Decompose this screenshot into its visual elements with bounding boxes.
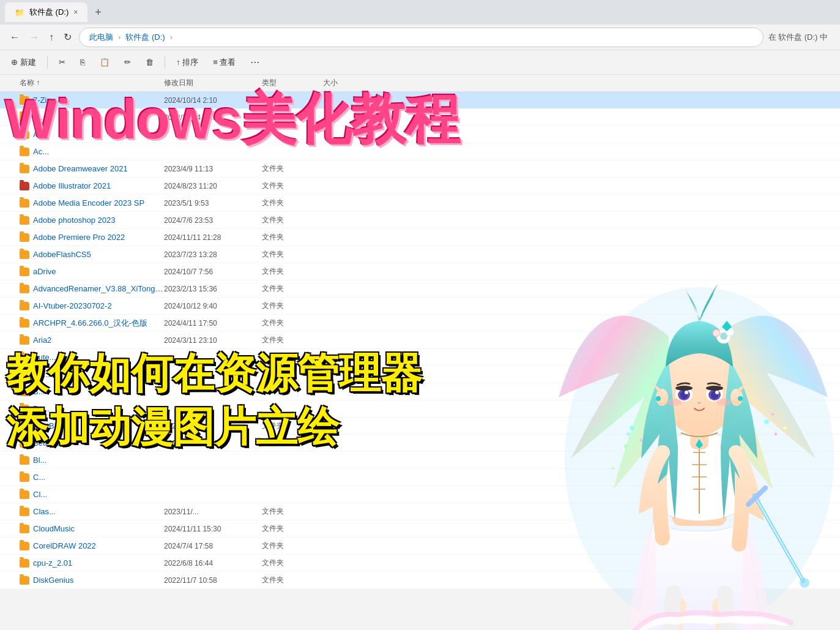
- file-name: Aute...: [33, 353, 56, 362]
- paste-button[interactable]: 📋: [94, 55, 116, 69]
- table-row[interactable]: BetterGL 2024/8/16 19:24 文件夹: [0, 435, 840, 452]
- file-date: 2024/11/11 15:30: [164, 525, 262, 533]
- folder-icon: [20, 113, 29, 122]
- file-type: 文件夹: [262, 198, 323, 208]
- file-name: Ac...: [33, 147, 49, 156]
- folder-icon: [20, 456, 29, 465]
- more-button[interactable]: ···: [244, 53, 266, 71]
- table-row[interactable]: cpu-z_2.01 2022/6/8 16:44 文件夹: [0, 555, 840, 572]
- folder-icon: [20, 285, 29, 293]
- tab-title: 软件盘 (D:): [29, 7, 69, 18]
- folder-icon: [20, 473, 29, 482]
- table-row[interactable]: Ac...: [0, 143, 840, 160]
- table-row[interactable]: Bl...: [0, 452, 840, 469]
- file-name: AdvancedRenamer_V3.88_XiTongZhiJia: [33, 284, 164, 293]
- up-button[interactable]: ↑: [46, 29, 56, 45]
- folder-icon: [20, 268, 29, 276]
- table-row[interactable]: Cl...: [0, 486, 840, 503]
- folder-icon: [20, 130, 29, 139]
- file-type: 文件夹: [262, 438, 323, 448]
- table-row[interactable]: CorelDRAW 2022 2024/7/4 17:58 文件夹: [0, 538, 840, 555]
- file-date: 2024/11/11 21:28: [164, 233, 262, 242]
- folder-icon: [20, 319, 29, 328]
- table-row[interactable]: B...: [0, 383, 840, 400]
- back-button[interactable]: ←: [7, 29, 22, 45]
- address-bar[interactable]: 此电脑 › 软件盘 (D:) ›: [79, 28, 764, 47]
- file-type: 文件夹: [262, 163, 323, 174]
- table-row[interactable]: Adobe photoshop 2023 2024/7/6 23:53 文件夹: [0, 212, 840, 229]
- table-row[interactable]: 7-Zip 2024/10/14 2:10 文件夹: [0, 92, 840, 109]
- table-row[interactable]: AdobeFlashCS5 2023/7/23 13:28 文件夹: [0, 246, 840, 263]
- folder-icon: [20, 302, 29, 310]
- delete-button[interactable]: 🗑: [139, 55, 160, 69]
- file-date: 2024/8/23 11:20: [164, 182, 262, 190]
- file-date: 2024/7/6 23:53: [164, 216, 262, 225]
- file-list: 7-Zip 2024/10/14 2:10 文件夹 A... 2022/10/1…: [0, 92, 840, 589]
- file-name: Bl...: [33, 456, 46, 465]
- folder-icon: [20, 96, 29, 105]
- folder-icon: [20, 405, 29, 413]
- file-type: 文件夹: [262, 249, 323, 260]
- tab-close-button[interactable]: ×: [73, 8, 78, 17]
- file-name: BcutBilibili: [33, 421, 69, 430]
- breadcrumb-computer[interactable]: 此电脑: [89, 32, 113, 43]
- forward-button[interactable]: →: [27, 29, 42, 45]
- file-type: 文件夹: [262, 506, 323, 517]
- header-name[interactable]: 名称 ↑: [5, 78, 164, 88]
- new-button[interactable]: ⊕ 新建: [5, 54, 42, 70]
- table-row[interactable]: CloudMusic 2024/11/11 15:30 文件夹: [0, 520, 840, 538]
- table-row[interactable]: Adobe Illustrator 2021 2024/8/23 11:20 文…: [0, 178, 840, 195]
- table-row[interactable]: Be...: [0, 400, 840, 418]
- view-button[interactable]: ≡ 查看: [207, 54, 242, 70]
- folder-icon: [20, 559, 29, 568]
- sort-button[interactable]: ↑ 排序: [170, 54, 204, 70]
- table-row[interactable]: DiskGenius 2022/11/7 10:58 文件夹: [0, 572, 840, 589]
- header-size[interactable]: 大小: [323, 78, 372, 88]
- file-name: Adobe Premiere Pro 2022: [33, 233, 125, 242]
- file-name: BetterGL: [33, 438, 65, 448]
- file-type: 文件夹: [262, 558, 323, 568]
- folder-icon: [20, 250, 29, 259]
- table-row[interactable]: Adobe Media Encoder 2023 SP 2023/5/1 9:5…: [0, 195, 840, 212]
- table-row[interactable]: A...: [0, 126, 840, 143]
- folder-icon: [20, 422, 29, 430]
- active-tab[interactable]: 📁 软件盘 (D:) ×: [5, 2, 87, 22]
- address-bar-row: ← → ↑ ↻ 此电脑 › 软件盘 (D:) › 在 软件盘 (D:) 中: [0, 24, 840, 50]
- file-name: Adobe Media Encoder 2023 SP: [33, 198, 144, 208]
- header-date[interactable]: 修改日期: [164, 78, 262, 88]
- table-row[interactable]: AdvancedRenamer_V3.88_XiTongZhiJia 2023/…: [0, 280, 840, 298]
- table-row[interactable]: aDrive 2024/10/7 7:56 文件夹: [0, 263, 840, 280]
- folder-icon: [20, 542, 29, 550]
- file-date: 2023/4/9 11:13: [164, 165, 262, 173]
- file-name: Clas...: [33, 507, 56, 516]
- table-row[interactable]: Aw...: [0, 366, 840, 383]
- folder-icon: 📁: [15, 8, 24, 17]
- folder-icon: [20, 148, 29, 156]
- new-label: 新建: [20, 57, 36, 68]
- new-tab-button[interactable]: +: [90, 4, 106, 21]
- file-date: 2024/4/11 17:50: [164, 319, 262, 328]
- rename-button[interactable]: ✏: [118, 55, 137, 69]
- folder-icon: [20, 490, 29, 499]
- table-row[interactable]: C...: [0, 469, 840, 486]
- table-row[interactable]: ARCHPR_4.66.266.0_汉化-色版 2024/4/11 17:50 …: [0, 315, 840, 332]
- table-row[interactable]: BcutBilibili 2023/4/3 21:43 文件夹: [0, 418, 840, 435]
- file-name: Cl...: [33, 490, 47, 499]
- reload-button[interactable]: ↻: [61, 29, 74, 45]
- file-name: Be...: [33, 404, 50, 413]
- toolbar-separator-1: [47, 56, 48, 69]
- cut-button[interactable]: ✂: [53, 55, 72, 69]
- table-row[interactable]: AI-Vtuber-20230702-2 2024/10/12 9:40 文件夹: [0, 298, 840, 315]
- table-row[interactable]: Aria2 2024/3/11 23:10 文件夹: [0, 332, 840, 349]
- table-row[interactable]: A... 2022/10/14 22:0 文件夹: [0, 109, 840, 126]
- copy-button[interactable]: ⎘: [74, 55, 91, 69]
- header-type[interactable]: 类型: [262, 78, 323, 88]
- breadcrumb-drive[interactable]: 软件盘 (D:): [125, 32, 165, 43]
- file-name: Aw...: [33, 370, 50, 379]
- table-row[interactable]: Aute...: [0, 349, 840, 366]
- file-name: Adobe Illustrator 2021: [33, 181, 111, 190]
- file-date: 2022/10/14 22:0: [164, 113, 262, 122]
- table-row[interactable]: Adobe Premiere Pro 2022 2024/11/11 21:28…: [0, 229, 840, 246]
- table-row[interactable]: Adobe Dreamweaver 2021 2023/4/9 11:13 文件…: [0, 160, 840, 178]
- table-row[interactable]: Clas... 2023/11/... 文件夹: [0, 503, 840, 520]
